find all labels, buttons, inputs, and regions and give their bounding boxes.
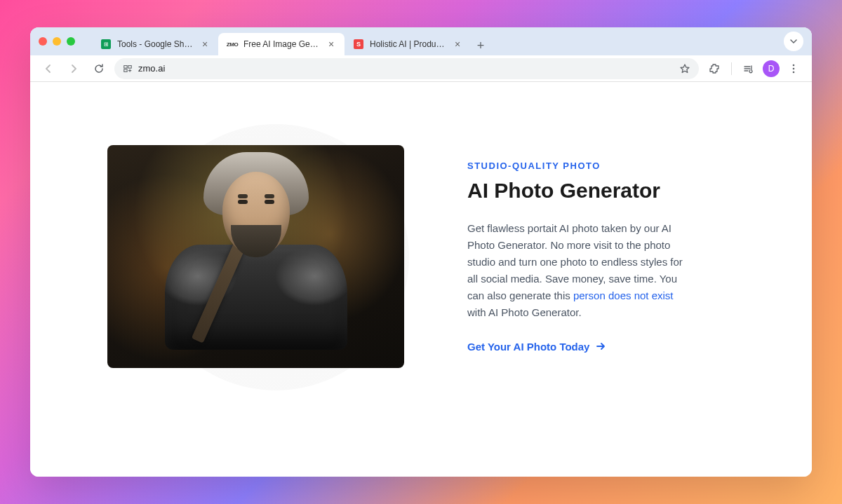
description-text-end: with AI Photo Generator. <box>467 306 582 318</box>
window-controls <box>39 37 75 46</box>
window-maximize-button[interactable] <box>67 37 75 46</box>
tab-holistic-ai[interactable]: S Holistic AI | Production × <box>345 33 471 55</box>
extensions-icon[interactable] <box>704 59 724 79</box>
site-info-icon[interactable] <box>123 64 133 74</box>
zmo-favicon-icon: ZMO <box>227 39 238 50</box>
back-button[interactable] <box>39 59 58 79</box>
tab-title: Free AI Image Generator To C <box>243 39 321 49</box>
new-tab-button[interactable]: + <box>471 36 490 55</box>
eyebrow-label: STUDIO-QUALITY PHOTO <box>467 161 685 171</box>
page-title: AI Photo Generator <box>467 178 685 203</box>
svg-point-5 <box>793 71 795 73</box>
svg-rect-1 <box>128 65 131 68</box>
tabs-container: Tools - Google Sheets × ZMO Free AI Imag… <box>92 27 778 55</box>
window-close-button[interactable] <box>39 37 47 46</box>
tab-google-sheets[interactable]: Tools - Google Sheets × <box>92 33 218 55</box>
holistic-favicon-icon: S <box>353 39 364 50</box>
hero-image-container <box>107 145 404 368</box>
hero-text: STUDIO-QUALITY PHOTO AI Photo Generator … <box>467 161 685 353</box>
profile-avatar[interactable]: D <box>763 60 780 77</box>
sheets-favicon-icon <box>100 39 112 50</box>
cta-label: Get Your AI Photo Today <box>467 341 589 353</box>
hero-description: Get flawless portait AI photo taken by o… <box>467 220 685 321</box>
tab-close-button[interactable]: × <box>200 39 210 49</box>
menu-button[interactable] <box>784 59 803 79</box>
person-does-not-exist-link[interactable]: person does not exist <box>573 290 674 301</box>
tab-bar: Tools - Google Sheets × ZMO Free AI Imag… <box>30 27 812 55</box>
hero-section: STUDIO-QUALITY PHOTO AI Photo Generator … <box>30 82 812 396</box>
profile-initial: D <box>768 64 775 74</box>
page-content: STUDIO-QUALITY PHOTO AI Photo Generator … <box>30 82 812 477</box>
bookmark-star-icon[interactable] <box>679 63 690 74</box>
tab-title: Holistic AI | Production <box>370 39 447 49</box>
forward-button[interactable] <box>64 59 83 79</box>
svg-rect-0 <box>124 65 127 68</box>
reload-button[interactable] <box>89 59 109 79</box>
url-input[interactable]: zmo.ai <box>114 58 699 79</box>
svg-point-3 <box>793 64 795 66</box>
tab-search-button[interactable] <box>784 32 803 51</box>
portrait-figure <box>165 152 347 350</box>
tab-close-button[interactable]: × <box>453 39 462 49</box>
window-minimize-button[interactable] <box>53 37 61 46</box>
svg-point-4 <box>793 67 795 69</box>
tab-title: Tools - Google Sheets <box>117 39 194 49</box>
tab-zmo-ai[interactable]: ZMO Free AI Image Generator To C × <box>218 33 345 55</box>
arrow-right-icon <box>595 341 606 352</box>
svg-rect-2 <box>124 69 127 71</box>
media-control-icon[interactable] <box>739 59 759 79</box>
tab-close-button[interactable]: × <box>326 39 336 49</box>
hero-portrait-image <box>107 145 404 368</box>
cta-get-photo-link[interactable]: Get Your AI Photo Today <box>467 341 606 353</box>
divider <box>731 62 732 75</box>
browser-window: Tools - Google Sheets × ZMO Free AI Imag… <box>30 27 812 477</box>
address-bar: zmo.ai D <box>30 55 812 82</box>
url-text: zmo.ai <box>138 63 674 74</box>
toolbar-icons: D <box>704 59 803 79</box>
